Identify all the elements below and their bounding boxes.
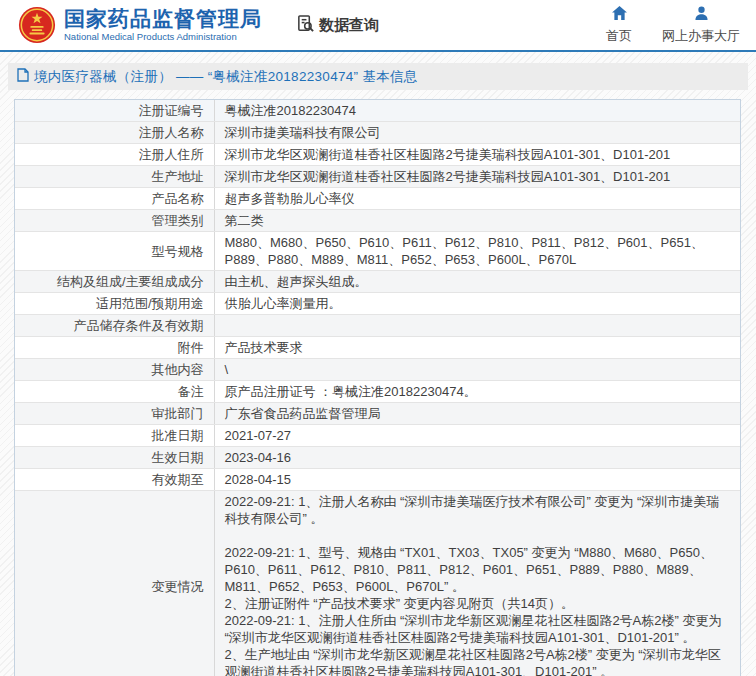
table-row: 变更情况2022-09-21: 1、注册人名称由 “深圳市捷美瑞医疗技术有限公司… xyxy=(15,491,740,676)
agency-name-cn: 国家药品监督管理局 xyxy=(64,8,262,30)
row-label: 审批部门 xyxy=(15,403,214,425)
row-label: 适用范围/预期用途 xyxy=(15,293,214,315)
nav-online-hall[interactable]: 网上办事大厅 xyxy=(662,6,740,45)
person-icon xyxy=(694,6,709,24)
table-row: 备注原产品注册证号 ：粤械注准20182230474。 xyxy=(15,381,740,403)
info-table-body: 注册证编号粤械注准20182230474注册人名称深圳市捷美瑞科技有限公司注册人… xyxy=(15,100,740,676)
table-row: 产品名称超声多普勒胎儿心率仪 xyxy=(15,188,740,210)
table-row: 适用范围/预期用途供胎儿心率测量用。 xyxy=(15,293,740,315)
agency-brand: 国家药品监督管理局 National Medical Products Admi… xyxy=(18,6,262,44)
row-value-paragraph xyxy=(225,527,731,544)
top-header: 国家药品监督管理局 National Medical Products Admi… xyxy=(0,0,756,52)
table-row: 审批部门广东省食品药品监督管理局 xyxy=(15,403,740,425)
table-row: 有效期至2028-04-15 xyxy=(15,469,740,491)
row-value-paragraph: 2022-09-21: 1、注册人名称由 “深圳市捷美瑞医疗技术有限公司” 变更… xyxy=(225,493,731,527)
nav-home[interactable]: 首页 xyxy=(606,6,632,45)
row-value: 供胎儿心率测量用。 xyxy=(214,293,740,315)
table-row: 注册人住所深圳市龙华区观澜街道桂香社区桂圆路2号捷美瑞科技园A101-301、D… xyxy=(15,144,740,166)
row-label: 注册证编号 xyxy=(15,100,214,122)
row-label: 生效日期 xyxy=(15,447,214,469)
table-row: 批准日期2021-07-27 xyxy=(15,425,740,447)
table-row: 产品储存条件及有效期 xyxy=(15,315,740,337)
top-nav: 首页 网上办事大厅 xyxy=(606,6,740,45)
row-label: 其他内容 xyxy=(15,359,214,381)
document-search-icon xyxy=(296,14,315,37)
nav-data-query-label: 数据查询 xyxy=(319,16,379,35)
table-row: 管理类别第二类 xyxy=(15,210,740,232)
row-value-paragraph: 2022-09-21: 1、注册人住所由 “深圳市龙华新区观澜星花社区桂圆路2号… xyxy=(225,612,731,646)
row-value: 产品技术要求 xyxy=(214,337,740,359)
row-value-paragraph: 2、注册证附件 “产品技术要求” 变更内容见附页（共14页）。 xyxy=(225,595,731,612)
row-value: \ xyxy=(214,359,740,381)
table-row: 注册人名称深圳市捷美瑞科技有限公司 xyxy=(15,122,740,144)
row-label: 产品储存条件及有效期 xyxy=(15,315,214,337)
row-label: 管理类别 xyxy=(15,210,214,232)
row-label: 结构及组成/主要组成成分 xyxy=(15,271,214,293)
row-value: 原产品注册证号 ：粤械注准20182230474。 xyxy=(214,381,740,403)
row-value: 2028-04-15 xyxy=(214,469,740,491)
row-value: M880、M680、P650、P610、P611、P612、P810、P811、… xyxy=(214,232,740,271)
page-doc-icon xyxy=(17,68,29,86)
row-label: 注册人名称 xyxy=(15,122,214,144)
row-value: 深圳市龙华区观澜街道桂香社区桂圆路2号捷美瑞科技园A101-301、D101-2… xyxy=(214,166,740,188)
row-value: 2021-07-27 xyxy=(214,425,740,447)
table-row: 结构及组成/主要组成成分由主机、超声探头组成。 xyxy=(15,271,740,293)
row-value: 广东省食品药品监督管理局 xyxy=(214,403,740,425)
nav-online-hall-label: 网上办事大厅 xyxy=(662,27,740,45)
row-value: 第二类 xyxy=(214,210,740,232)
national-emblem-icon xyxy=(18,6,56,44)
nav-data-query[interactable]: 数据查询 xyxy=(296,14,379,37)
row-label: 型号规格 xyxy=(15,232,214,271)
home-icon xyxy=(612,6,627,24)
table-row: 附件产品技术要求 xyxy=(15,337,740,359)
row-value: 深圳市捷美瑞科技有限公司 xyxy=(214,122,740,144)
page-title: 境内医疗器械（注册） —— “粤械注准20182230474” 基本信息 xyxy=(34,68,418,86)
table-row: 其他内容\ xyxy=(15,359,740,381)
row-label: 产品名称 xyxy=(15,188,214,210)
row-label: 生产地址 xyxy=(15,166,214,188)
agency-name-en: National Medical Products Administration xyxy=(64,32,262,42)
row-value: 粤械注准20182230474 xyxy=(214,100,740,122)
nav-home-label: 首页 xyxy=(606,27,632,45)
row-value: 由主机、超声探头组成。 xyxy=(214,271,740,293)
table-row: 生效日期2023-04-16 xyxy=(15,447,740,469)
page-title-bar: 境内医疗器械（注册） —— “粤械注准20182230474” 基本信息 xyxy=(8,63,748,90)
row-value: 2023-04-16 xyxy=(214,447,740,469)
row-label: 备注 xyxy=(15,381,214,403)
row-label: 有效期至 xyxy=(15,469,214,491)
row-value-paragraph: 2、生产地址由 “深圳市龙华新区观澜星花社区桂圆路2号A栋2楼” 变更为 “深圳… xyxy=(225,646,731,676)
registration-info-table: 注册证编号粤械注准20182230474注册人名称深圳市捷美瑞科技有限公司注册人… xyxy=(14,99,741,676)
row-label: 注册人住所 xyxy=(15,144,214,166)
row-label: 批准日期 xyxy=(15,425,214,447)
table-row: 生产地址深圳市龙华区观澜街道桂香社区桂圆路2号捷美瑞科技园A101-301、D1… xyxy=(15,166,740,188)
row-value-paragraph: 2022-09-21: 1、型号、规格由 “TX01、TX03、TX05” 变更… xyxy=(225,544,731,595)
table-row: 注册证编号粤械注准20182230474 xyxy=(15,100,740,122)
row-label: 附件 xyxy=(15,337,214,359)
row-value: 深圳市龙华区观澜街道桂香社区桂圆路2号捷美瑞科技园A101-301、D101-2… xyxy=(214,144,740,166)
row-value xyxy=(214,315,740,337)
table-row: 型号规格M880、M680、P650、P610、P611、P612、P810、P… xyxy=(15,232,740,271)
row-label: 变更情况 xyxy=(15,491,214,676)
row-value: 2022-09-21: 1、注册人名称由 “深圳市捷美瑞医疗技术有限公司” 变更… xyxy=(214,491,740,676)
row-value: 超声多普勒胎儿心率仪 xyxy=(214,188,740,210)
